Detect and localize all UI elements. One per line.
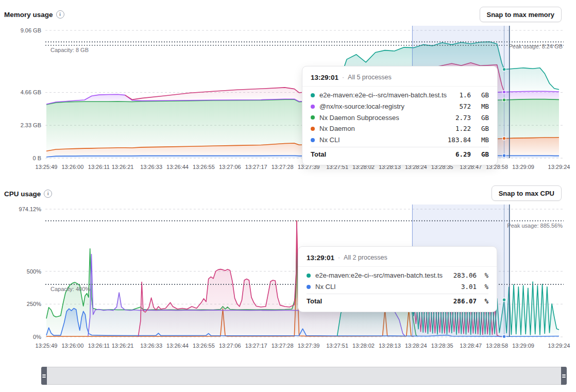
svg-text:13:28:13: 13:28:13 [379,343,401,349]
total-unit: % [481,297,488,305]
svg-text:13:28:58: 13:28:58 [486,343,508,349]
svg-text:13:29:09: 13:29:09 [512,164,534,170]
process-unit: MB [476,103,489,110]
cpu-title-text: CPU usage [4,190,41,198]
grip-icon [562,373,566,379]
svg-text:13:29:24: 13:29:24 [548,343,570,349]
snap-to-max-memory-button[interactable]: Snap to max memory [480,7,562,22]
process-unit: % [481,271,488,279]
svg-text:13:26:11: 13:26:11 [88,343,110,349]
series-dot [311,127,315,131]
process-unit: % [481,283,488,291]
process-value: 1.22 [455,125,471,132]
process-name: Nx Daemon [319,125,451,132]
divider [298,266,497,267]
tooltip-row: Nx CLI3.01% [307,281,488,293]
profiler-dashboard: 9.06 GB4.66 GB2.33 GB0 B13:25:4913:26:00… [0,0,576,392]
process-unit: MB [476,136,489,144]
cpu-section-title: CPU usage i [4,190,52,198]
svg-text:13:26:21: 13:26:21 [112,164,134,170]
svg-text:0 B: 0 B [32,155,41,161]
svg-text:13:27:51: 13:27:51 [326,343,348,349]
process-value: 2.73 [455,114,471,122]
svg-text:13:29:24: 13:29:24 [548,164,570,170]
tooltip-time: 13:29:01 [307,254,334,262]
tooltip-row: e2e-maven:e2e-ci--src/maven-batch.test.t… [307,270,488,281]
process-value: 572 [459,103,471,110]
process-name: Nx CLI [319,136,443,144]
cpu-info-icon[interactable]: i [44,190,52,198]
svg-text:2.33 GB: 2.33 GB [21,122,41,128]
time-range-brush[interactable] [41,367,567,385]
svg-text:4.66 GB: 4.66 GB [21,89,41,95]
tooltip-rows: e2e-maven:e2e-ci--src/maven-batch.test.t… [311,90,489,145]
memory-tooltip: 13:29:01 · All 5 processes e2e-maven:e2e… [302,66,498,165]
tooltip-row: e2e-maven:e2e-ci--src/maven-batch.test.t… [311,90,489,101]
tooltip-subtitle: All 5 processes [348,74,392,81]
process-name: e2e-maven:e2e-ci--src/maven-batch.test.t… [315,271,449,279]
svg-text:13:27:28: 13:27:28 [272,343,294,349]
total-unit: GB [476,150,489,158]
svg-text:13:27:06: 13:27:06 [219,164,241,170]
grip-icon [42,373,46,379]
svg-text:974.12%: 974.12% [19,206,42,212]
memory-title-text: Memory usage [4,11,53,19]
svg-text:13:27:17: 13:27:17 [245,343,267,349]
process-value: 283.06 [453,271,477,279]
svg-text:13:27:17: 13:27:17 [245,164,267,170]
svg-text:13:26:33: 13:26:33 [140,164,162,170]
svg-text:13:29:09: 13:29:09 [512,343,534,349]
svg-text:13:26:00: 13:26:00 [61,164,83,170]
memory-section-title: Memory usage i [4,10,64,19]
cpu-tooltip: 13:29:01 · All 2 processes e2e-maven:e2e… [298,246,497,312]
process-name: e2e-maven:e2e-ci--src/maven-batch.test.t… [319,91,454,99]
svg-text:13:28:02: 13:28:02 [352,343,375,349]
total-label: Total [311,150,451,158]
memory-info-icon[interactable]: i [56,10,64,19]
snap-to-max-cpu-button[interactable]: Snap to max CPU [492,185,562,201]
tooltip-row: Nx Daemon Subprocesses2.73GB [311,112,489,123]
series-dot [311,115,315,120]
process-unit: GB [476,125,489,132]
svg-text:Capacity: 400%: Capacity: 400% [50,286,90,292]
tooltip-total-row: Total 6.29 GB [311,147,489,161]
process-value: 183.84 [448,136,471,144]
brush-track[interactable] [47,367,561,385]
svg-text:13:28:47: 13:28:47 [460,343,482,349]
svg-text:Capacity: 8 GB: Capacity: 8 GB [50,47,89,53]
brush-right-handle[interactable] [561,367,567,385]
divider [302,86,497,87]
process-name: Nx Daemon Subprocesses [319,114,451,122]
series-dot [311,105,315,109]
tooltip-rows: e2e-maven:e2e-ci--src/maven-batch.test.t… [307,270,488,292]
tooltip-row: Nx Daemon1.22GB [311,123,489,134]
svg-text:Peak usage: 885.56%: Peak usage: 885.56% [507,223,563,229]
svg-text:250%: 250% [27,301,41,307]
total-value: 286.07 [453,297,477,305]
svg-text:13:27:39: 13:27:39 [298,343,320,349]
svg-text:13:25:49: 13:25:49 [36,343,58,349]
tooltip-header: 13:29:01 · All 2 processes [307,252,488,263]
process-value: 3.01 [461,283,477,291]
process-name: Nx CLI [315,283,456,291]
tooltip-row: @nx/nx-source:local-registry572MB [311,101,489,112]
series-dot [307,285,311,289]
svg-text:Peak usage: 8.24 GB: Peak usage: 8.24 GB [509,43,563,49]
tooltip-separator: · [342,74,344,81]
svg-text:13:26:21: 13:26:21 [112,343,134,349]
svg-text:500%: 500% [27,268,41,275]
tooltip-subtitle: All 2 processes [344,254,387,261]
svg-text:13:26:44: 13:26:44 [166,343,189,349]
svg-text:0%: 0% [33,334,41,340]
total-label: Total [307,297,449,305]
tooltip-row: Nx CLI183.84MB [311,134,489,146]
process-value: 1.6 [459,91,471,99]
svg-text:13:26:44: 13:26:44 [166,164,189,170]
process-unit: GB [476,114,489,122]
brush-left-handle[interactable] [41,367,47,385]
series-dot [311,93,315,97]
svg-text:13:25:49: 13:25:49 [36,164,58,170]
usage-charts-canvas[interactable]: 9.06 GB4.66 GB2.33 GB0 B13:25:4913:26:00… [0,0,576,392]
tooltip-separator: · [338,254,340,261]
svg-text:13:26:55: 13:26:55 [193,164,215,170]
